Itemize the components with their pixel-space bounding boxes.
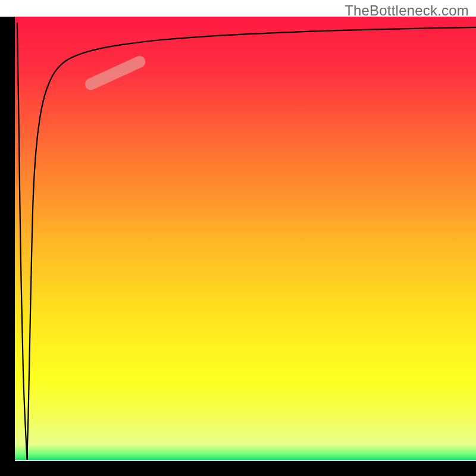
chart-container: { "watermark": "TheBottleneck.com", "cha… (0, 0, 476, 476)
chart-svg (0, 0, 476, 476)
plot-background (15, 17, 476, 460)
site-watermark: TheBottleneck.com (345, 2, 469, 19)
